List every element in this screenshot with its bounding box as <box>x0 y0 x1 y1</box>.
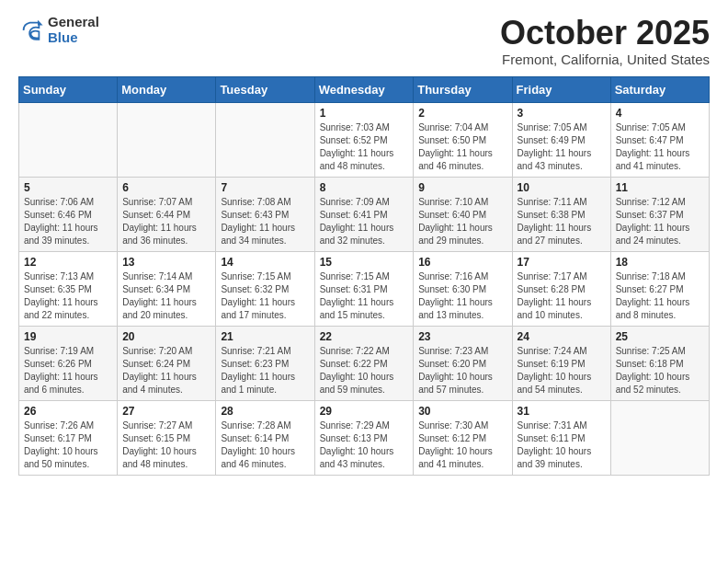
day-number: 22 <box>320 330 409 343</box>
day-number: 30 <box>418 405 506 418</box>
day-info: Sunrise: 7:03 AM Sunset: 6:52 PM Dayligh… <box>320 121 409 173</box>
weekday-header-sunday: Sunday <box>19 76 118 102</box>
calendar-cell: 3Sunrise: 7:05 AM Sunset: 6:49 PM Daylig… <box>512 102 610 177</box>
calendar-cell: 17Sunrise: 7:17 AM Sunset: 6:28 PM Dayli… <box>512 251 610 326</box>
calendar-cell: 6Sunrise: 7:07 AM Sunset: 6:44 PM Daylig… <box>118 177 216 251</box>
day-info: Sunrise: 7:15 AM Sunset: 6:31 PM Dayligh… <box>320 270 409 322</box>
calendar-cell: 21Sunrise: 7:21 AM Sunset: 6:23 PM Dayli… <box>216 326 314 400</box>
day-number: 18 <box>616 256 704 269</box>
calendar-cell <box>118 102 216 177</box>
calendar-cell: 1Sunrise: 7:03 AM Sunset: 6:52 PM Daylig… <box>314 102 414 177</box>
day-info: Sunrise: 7:13 AM Sunset: 6:35 PM Dayligh… <box>24 270 112 322</box>
day-info: Sunrise: 7:06 AM Sunset: 6:46 PM Dayligh… <box>24 196 112 247</box>
calendar-cell: 13Sunrise: 7:14 AM Sunset: 6:34 PM Dayli… <box>118 251 216 326</box>
day-info: Sunrise: 7:18 AM Sunset: 6:27 PM Dayligh… <box>616 270 704 322</box>
day-info: Sunrise: 7:23 AM Sunset: 6:20 PM Dayligh… <box>418 345 506 396</box>
day-number: 4 <box>616 107 704 120</box>
calendar-cell: 31Sunrise: 7:31 AM Sunset: 6:11 PM Dayli… <box>512 400 610 475</box>
calendar-cell: 24Sunrise: 7:24 AM Sunset: 6:19 PM Dayli… <box>512 326 610 400</box>
calendar-cell: 4Sunrise: 7:05 AM Sunset: 6:47 PM Daylig… <box>610 102 709 177</box>
logo-general-text: General <box>48 15 99 30</box>
calendar-week-row: 1Sunrise: 7:03 AM Sunset: 6:52 PM Daylig… <box>19 102 710 177</box>
day-info: Sunrise: 7:07 AM Sunset: 6:44 PM Dayligh… <box>122 196 210 247</box>
day-number: 6 <box>122 181 210 194</box>
calendar-cell: 5Sunrise: 7:06 AM Sunset: 6:46 PM Daylig… <box>19 177 118 251</box>
day-number: 3 <box>518 107 606 120</box>
day-number: 16 <box>418 256 506 269</box>
calendar-cell: 18Sunrise: 7:18 AM Sunset: 6:27 PM Dayli… <box>610 251 709 326</box>
calendar-cell: 30Sunrise: 7:30 AM Sunset: 6:12 PM Dayli… <box>414 400 512 475</box>
calendar-cell: 25Sunrise: 7:25 AM Sunset: 6:18 PM Dayli… <box>610 326 709 400</box>
day-info: Sunrise: 7:22 AM Sunset: 6:22 PM Dayligh… <box>320 345 409 396</box>
day-number: 13 <box>122 256 210 269</box>
day-number: 11 <box>616 181 704 194</box>
calendar-cell: 8Sunrise: 7:09 AM Sunset: 6:41 PM Daylig… <box>314 177 414 251</box>
calendar-cell <box>216 102 314 177</box>
day-info: Sunrise: 7:10 AM Sunset: 6:40 PM Dayligh… <box>418 196 506 247</box>
day-number: 23 <box>418 330 506 343</box>
title-area: October 2025 Fremont, California, United… <box>500 15 710 67</box>
day-info: Sunrise: 7:31 AM Sunset: 6:11 PM Dayligh… <box>518 419 606 471</box>
calendar-cell: 2Sunrise: 7:04 AM Sunset: 6:50 PM Daylig… <box>414 102 512 177</box>
day-number: 29 <box>320 405 409 418</box>
weekday-header-tuesday: Tuesday <box>216 76 314 102</box>
day-info: Sunrise: 7:24 AM Sunset: 6:19 PM Dayligh… <box>518 345 606 396</box>
calendar-cell: 22Sunrise: 7:22 AM Sunset: 6:22 PM Dayli… <box>314 326 414 400</box>
calendar-cell: 27Sunrise: 7:27 AM Sunset: 6:15 PM Dayli… <box>118 400 216 475</box>
svg-rect-0 <box>18 17 44 43</box>
day-info: Sunrise: 7:15 AM Sunset: 6:32 PM Dayligh… <box>221 270 309 322</box>
day-number: 24 <box>518 330 606 343</box>
day-info: Sunrise: 7:28 AM Sunset: 6:14 PM Dayligh… <box>221 419 309 471</box>
logo-icon <box>18 17 44 43</box>
day-info: Sunrise: 7:09 AM Sunset: 6:41 PM Dayligh… <box>320 196 409 247</box>
day-number: 7 <box>221 181 309 194</box>
day-number: 2 <box>418 107 506 120</box>
calendar-week-row: 19Sunrise: 7:19 AM Sunset: 6:26 PM Dayli… <box>19 326 710 400</box>
day-info: Sunrise: 7:27 AM Sunset: 6:15 PM Dayligh… <box>122 419 210 471</box>
weekday-header-thursday: Thursday <box>414 76 512 102</box>
calendar-cell: 11Sunrise: 7:12 AM Sunset: 6:37 PM Dayli… <box>610 177 709 251</box>
month-title: October 2025 <box>500 15 710 52</box>
calendar-cell: 10Sunrise: 7:11 AM Sunset: 6:38 PM Dayli… <box>512 177 610 251</box>
calendar-cell <box>19 102 118 177</box>
calendar-cell: 29Sunrise: 7:29 AM Sunset: 6:13 PM Dayli… <box>314 400 414 475</box>
calendar-cell: 9Sunrise: 7:10 AM Sunset: 6:40 PM Daylig… <box>414 177 512 251</box>
day-info: Sunrise: 7:21 AM Sunset: 6:23 PM Dayligh… <box>221 345 309 396</box>
calendar-table: SundayMondayTuesdayWednesdayThursdayFrid… <box>18 76 710 476</box>
calendar-cell: 23Sunrise: 7:23 AM Sunset: 6:20 PM Dayli… <box>414 326 512 400</box>
calendar-week-row: 26Sunrise: 7:26 AM Sunset: 6:17 PM Dayli… <box>19 400 710 475</box>
day-number: 12 <box>24 256 112 269</box>
day-number: 25 <box>616 330 704 343</box>
weekday-header-wednesday: Wednesday <box>314 76 414 102</box>
day-info: Sunrise: 7:25 AM Sunset: 6:18 PM Dayligh… <box>616 345 704 396</box>
day-number: 14 <box>221 256 309 269</box>
day-number: 26 <box>24 405 112 418</box>
day-info: Sunrise: 7:30 AM Sunset: 6:12 PM Dayligh… <box>418 419 506 471</box>
location-title: Fremont, California, United States <box>500 52 710 67</box>
day-info: Sunrise: 7:05 AM Sunset: 6:47 PM Dayligh… <box>616 121 704 173</box>
day-info: Sunrise: 7:04 AM Sunset: 6:50 PM Dayligh… <box>418 121 506 173</box>
day-number: 17 <box>518 256 606 269</box>
day-info: Sunrise: 7:05 AM Sunset: 6:49 PM Dayligh… <box>518 121 606 173</box>
calendar-cell: 20Sunrise: 7:20 AM Sunset: 6:24 PM Dayli… <box>118 326 216 400</box>
calendar-cell: 26Sunrise: 7:26 AM Sunset: 6:17 PM Dayli… <box>19 400 118 475</box>
day-info: Sunrise: 7:11 AM Sunset: 6:38 PM Dayligh… <box>518 196 606 247</box>
day-info: Sunrise: 7:19 AM Sunset: 6:26 PM Dayligh… <box>24 345 112 396</box>
weekday-header-saturday: Saturday <box>610 76 709 102</box>
day-number: 5 <box>24 181 112 194</box>
calendar-cell: 16Sunrise: 7:16 AM Sunset: 6:30 PM Dayli… <box>414 251 512 326</box>
calendar-cell: 28Sunrise: 7:28 AM Sunset: 6:14 PM Dayli… <box>216 400 314 475</box>
calendar-cell: 19Sunrise: 7:19 AM Sunset: 6:26 PM Dayli… <box>19 326 118 400</box>
logo-blue-text: Blue <box>48 30 99 46</box>
day-number: 27 <box>122 405 210 418</box>
day-number: 31 <box>518 405 606 418</box>
day-number: 28 <box>221 405 309 418</box>
day-number: 20 <box>122 330 210 343</box>
day-number: 1 <box>320 107 409 120</box>
page-header: General Blue October 2025 Fremont, Calif… <box>18 15 710 67</box>
weekday-header-monday: Monday <box>118 76 216 102</box>
day-number: 9 <box>418 181 506 194</box>
calendar-cell: 12Sunrise: 7:13 AM Sunset: 6:35 PM Dayli… <box>19 251 118 326</box>
weekday-header-friday: Friday <box>512 76 610 102</box>
day-info: Sunrise: 7:26 AM Sunset: 6:17 PM Dayligh… <box>24 419 112 471</box>
